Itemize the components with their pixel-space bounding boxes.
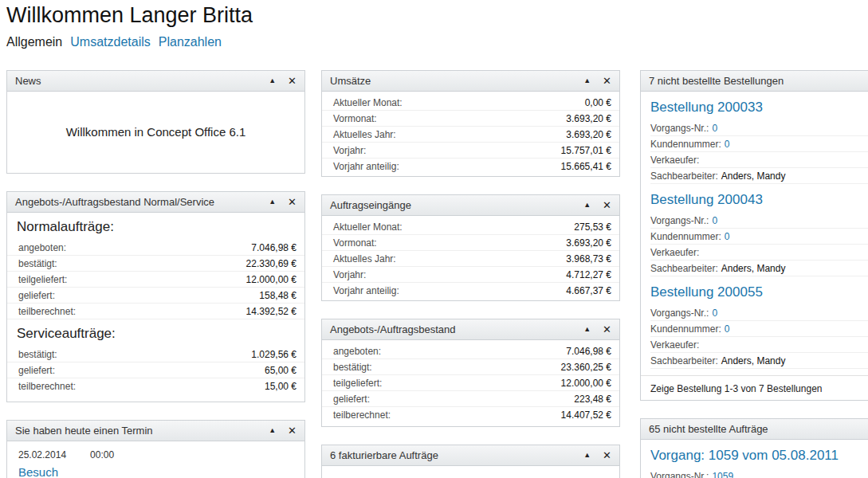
panel-news: News ▲ ✕ Willkommen in Concept Office 6.… <box>6 70 305 174</box>
close-icon[interactable]: ✕ <box>288 197 297 207</box>
field-label: Vorgangs-Nr.: <box>650 215 709 226</box>
vorgang-link[interactable]: Vorgang: 1059 vom 05.08.2011 <box>641 440 868 468</box>
order-field-row: Vorgangs-Nr.: 1059 <box>650 468 868 478</box>
collapse-icon[interactable]: ▲ <box>583 77 591 84</box>
stat-label: geliefert: <box>333 394 574 405</box>
panel-header: Angebots-/Auftragsbestand ▲ ✕ <box>322 319 619 340</box>
stat-value: 14.392,52 € <box>246 306 297 317</box>
close-icon[interactable]: ✕ <box>603 324 611 335</box>
close-icon[interactable]: ✕ <box>603 450 611 460</box>
collapse-icon[interactable]: ▲ <box>269 427 276 434</box>
appointment-link[interactable]: Besuch <box>7 464 304 478</box>
stat-value: 7.046,98 € <box>251 242 297 253</box>
order-link[interactable]: Bestellung 200055 <box>650 284 868 300</box>
collapse-icon[interactable]: ▲ <box>269 77 276 84</box>
stat-value: 158,48 € <box>259 290 297 301</box>
tab-allgemein[interactable]: Allgemein <box>6 35 62 49</box>
collapse-icon[interactable]: ▲ <box>583 202 591 209</box>
stat-value: 15,00 € <box>265 381 297 392</box>
field-value-link[interactable]: 0 <box>725 231 730 242</box>
field-value-link[interactable]: 0 <box>725 139 730 150</box>
stat-value: 4.667,37 € <box>566 285 611 296</box>
close-icon[interactable]: ✕ <box>288 425 297 436</box>
stat-value: 22.330,69 € <box>246 258 297 269</box>
stat-label: Vorjahr: <box>333 145 561 156</box>
order-field-row: Vorgangs-Nr.: 0 <box>650 120 868 136</box>
stat-label: Vorjahr: <box>333 269 566 280</box>
order-field-row: Kundennummer: 0 <box>650 229 868 245</box>
column-middle: Umsätze ▲ ✕ Aktueller Monat: 0,00 € Vorm… <box>321 70 620 478</box>
close-icon[interactable]: ✕ <box>603 76 611 86</box>
stat-label: geliefert: <box>18 365 265 376</box>
panel-header: 6 fakturierbare Aufträge ▲ ✕ <box>322 445 619 466</box>
stat-row: teilgeliefert: 12.000,00 € <box>322 375 619 391</box>
stat-value: 15.665,41 € <box>561 161 611 172</box>
field-label: Sachbearbeiter: <box>650 170 718 182</box>
panel-bestellungen: 7 nicht bestellte Bestellungen ▲ ✕ Beste… <box>640 70 868 401</box>
stat-row: Vormonat: 3.693,20 € <box>322 111 619 127</box>
stat-value: 7.046,98 € <box>566 346 611 357</box>
order-item: Bestellung 200055 Vorgangs-Nr.: 0 Kunden… <box>641 276 868 369</box>
stat-row: teilberechnet: 14.407,52 € <box>322 407 619 423</box>
close-icon[interactable]: ✕ <box>603 200 611 210</box>
collapse-icon[interactable]: ▲ <box>583 326 591 333</box>
field-label: Vorgangs-Nr.: <box>650 123 709 134</box>
order-field-row: Sachbearbeiter: Anders, Mandy <box>650 168 868 184</box>
stat-row: Vorjahr: 15.757,01 € <box>322 143 619 159</box>
panel-body: Aktueller Monat: 0,00 € Vormonat: 3.693,… <box>322 92 619 174</box>
order-item: Bestellung 200043 Vorgangs-Nr.: 0 Kunden… <box>641 184 868 276</box>
order-field-row: Sachbearbeiter: Anders, Mandy <box>650 353 868 369</box>
collapse-icon[interactable]: ▲ <box>583 452 591 459</box>
panel-title: News <box>15 75 269 87</box>
stat-label: Vorjahr anteilig: <box>333 285 566 296</box>
field-value-link[interactable]: 0 <box>712 308 717 319</box>
panel-header: Auftragseingänge ▲ ✕ <box>322 195 619 216</box>
stat-value: 223,48 € <box>574 394 611 405</box>
stat-row: teilberechnet: 14.392,52 € <box>7 304 304 319</box>
stat-value: 275,53 € <box>574 221 611 233</box>
order-link[interactable]: Bestellung 200043 <box>650 192 868 208</box>
field-value-link[interactable]: 1059 <box>712 471 733 478</box>
order-field-row: Vorgangs-Nr.: 0 <box>650 305 868 321</box>
panel-header: News ▲ ✕ <box>7 71 304 92</box>
panel-title: 65 nicht bestellte Aufträge <box>649 423 868 435</box>
panel-header: 65 nicht bestellte Aufträge ▲ ✕ <box>641 419 868 440</box>
stat-value: 3.693,20 € <box>566 113 611 124</box>
stat-label: bestätigt: <box>18 349 251 360</box>
stat-row: Aktuelles Jahr: 3.693,20 € <box>322 127 619 143</box>
tab-planzahlen[interactable]: Planzahlen <box>159 35 222 49</box>
field-value: Anders, Mandy <box>721 263 786 274</box>
field-value-link[interactable]: 0 <box>712 123 717 134</box>
news-message: Willkommen in Concept Office 6.1 <box>7 92 304 171</box>
panel-controls: ▲ ✕ <box>269 197 297 207</box>
panel-header: Umsätze ▲ ✕ <box>322 71 619 92</box>
field-value: Anders, Mandy <box>721 170 786 182</box>
stat-label: Vormonat: <box>333 237 566 249</box>
field-label: Sachbearbeiter: <box>650 263 718 274</box>
stat-label: bestätigt: <box>18 258 246 269</box>
panel-controls: ▲ ✕ <box>269 76 297 86</box>
stat-row: angeboten: 7.046,98 € <box>7 240 304 256</box>
collapse-icon[interactable]: ▲ <box>269 198 276 206</box>
field-value-link[interactable]: 0 <box>725 323 730 335</box>
order-item: Bestellung 200033 Vorgangs-Nr.: 0 Kunden… <box>641 92 868 184</box>
close-icon[interactable]: ✕ <box>288 76 297 86</box>
tab-umsatzdetails[interactable]: Umsatzdetails <box>70 35 150 49</box>
stat-label: angeboten: <box>18 242 251 253</box>
appointment-time: 00:00 <box>90 449 114 460</box>
column-right: 7 nicht bestellte Bestellungen ▲ ✕ Beste… <box>640 70 868 478</box>
panel-header: Angebots-/Auftragsbestand Normal/Service… <box>7 192 304 213</box>
stat-row: Aktueller Monat: 275,53 € <box>322 219 619 235</box>
order-link[interactable]: Bestellung 200033 <box>650 100 868 116</box>
field-value-link[interactable]: 0 <box>712 215 717 226</box>
stat-label: teilberechnet: <box>333 409 561 421</box>
stat-value: 3.968,73 € <box>566 253 611 264</box>
stat-row: bestätigt: 22.330,69 € <box>7 256 304 272</box>
stat-value: 15.757,01 € <box>561 145 611 156</box>
panel-controls: ▲ ✕ <box>583 450 611 460</box>
field-label: Sachbearbeiter: <box>650 355 718 366</box>
stat-value: 12.000,00 € <box>246 274 297 285</box>
stat-label: geliefert: <box>18 290 259 301</box>
stat-label: Vormonat: <box>333 113 566 124</box>
stat-label: Aktueller Monat: <box>333 221 574 233</box>
